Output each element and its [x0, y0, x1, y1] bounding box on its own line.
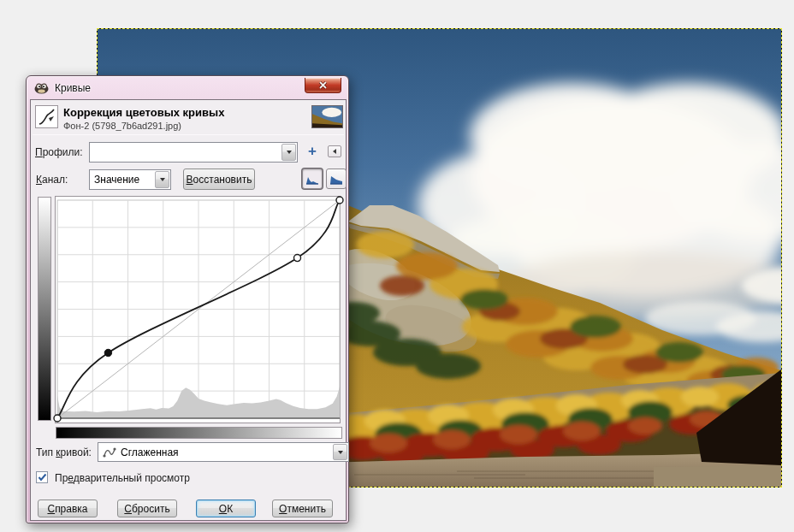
channel-combobox-value: Значение [94, 174, 139, 186]
curve-type-arrow[interactable] [333, 444, 347, 460]
dialog-titlebar[interactable]: Кривые [27, 76, 348, 99]
close-icon [318, 81, 328, 89]
checkmark-icon [38, 473, 47, 482]
image-thumbnail [311, 105, 343, 128]
channel-label: Канал: [36, 174, 68, 186]
histogram-linear-toggle[interactable] [302, 168, 323, 189]
channel-combobox[interactable]: Значение [89, 169, 171, 190]
smooth-curve-icon [103, 446, 116, 458]
layer-filename: Фон-2 (5798_7b6ad291.jpg) [63, 121, 181, 131]
window-title: Кривые [55, 82, 91, 94]
dialog-heading: Коррекция цветовых кривых [63, 106, 224, 119]
ok-button[interactable]: ОК [196, 499, 256, 517]
chevron-down-icon [287, 151, 292, 154]
chevron-down-icon [160, 178, 165, 181]
left-arrow-icon [333, 149, 336, 154]
channel-reset-button[interactable]: Восстановить [183, 168, 255, 190]
close-button[interactable] [305, 78, 341, 93]
histogram-log-icon [329, 174, 343, 185]
help-button[interactable]: Справка [38, 499, 98, 517]
gimp-canvas-area: Кривые Коррекция цветовых кривых Фон-2 (… [0, 0, 794, 532]
horizontal-gradient-strip [56, 427, 342, 439]
dialog-client-area: Коррекция цветовых кривых Фон-2 (5798_7b… [30, 99, 347, 521]
histogram-linear-icon [305, 174, 319, 185]
curves-dialog: Кривые Коррекция цветовых кривых Фон-2 (… [26, 75, 349, 523]
header-separator [33, 134, 344, 135]
profile-options-button[interactable] [328, 145, 341, 157]
preview-checkbox[interactable] [36, 471, 48, 483]
curves-plot[interactable] [56, 199, 339, 419]
curves-tool-icon [35, 105, 58, 128]
preview-label: Предварительный просмотр [55, 472, 190, 484]
curve-editor[interactable] [55, 196, 341, 423]
chevron-down-icon [338, 451, 343, 454]
vertical-gradient-strip [38, 197, 51, 421]
grass-strip [654, 465, 781, 487]
curve-type-combobox[interactable]: Сглаженная [98, 442, 349, 462]
reset-button[interactable]: Сбросить [117, 499, 177, 517]
profiles-label: Профили: [35, 146, 83, 158]
channel-combobox-arrow[interactable] [155, 171, 169, 188]
profiles-combobox-arrow[interactable] [281, 144, 296, 161]
wilber-icon [34, 82, 49, 94]
add-profile-button[interactable]: + [305, 144, 320, 159]
curve-type-label: Тип кривой: [36, 446, 92, 458]
profiles-combobox[interactable] [89, 142, 298, 163]
cancel-button[interactable]: Отменить [272, 499, 333, 517]
plus-icon: + [308, 143, 317, 159]
curve-type-value: Сглаженная [121, 446, 179, 458]
histogram-log-toggle[interactable] [326, 168, 347, 189]
